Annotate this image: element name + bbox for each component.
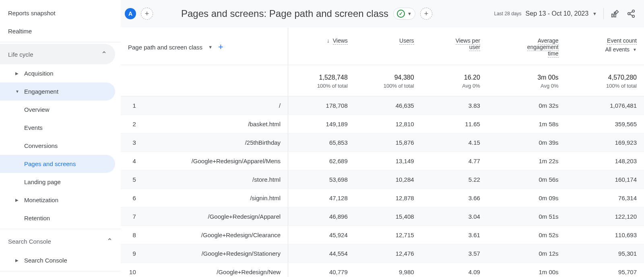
row-metric: 76,314 xyxy=(566,189,644,207)
row-metric: 44,554 xyxy=(288,244,355,263)
sidebar-item-acquisition[interactable]: ▶ Acquisition xyxy=(0,64,121,82)
row-metric: 13,149 xyxy=(355,152,421,170)
svg-point-3 xyxy=(628,12,630,15)
sidebar-item-retention[interactable]: Retention xyxy=(0,209,121,227)
caret-right-icon: ▶ xyxy=(15,198,20,202)
sidebar-item-pages-and-screens[interactable]: Pages and screens xyxy=(0,155,115,173)
row-metric: 5.22 xyxy=(421,170,487,189)
sidebar-group-life-cycle[interactable]: Life cycle ⌃ xyxy=(0,44,115,64)
row-path[interactable]: /store.html xyxy=(146,170,288,189)
row-metric: 0m 32s xyxy=(487,96,566,115)
row-metric: 0m 09s xyxy=(487,189,566,207)
sidebar-item-reports-snapshot[interactable]: Reports snapshot xyxy=(0,4,121,22)
sidebar-item-search-console[interactable]: ▶ Search Console xyxy=(0,251,121,269)
table-row[interactable]: 6/signin.html47,12812,8783.660m 09s76,31… xyxy=(121,189,644,207)
row-index: 3 xyxy=(121,133,146,152)
sidebar-item-monetization[interactable]: ▶ Monetization xyxy=(0,191,121,209)
table-row[interactable]: 10/Google+Redesign/New40,7799,9804.091m … xyxy=(121,263,644,277)
total-views-per-user-avg: Avg 0% xyxy=(429,83,480,89)
row-metric: 160,174 xyxy=(566,170,644,189)
row-metric: 1m 00s xyxy=(487,263,566,277)
table-row[interactable]: 2/basket.html149,18912,81011.651m 58s359… xyxy=(121,115,644,133)
table-row[interactable]: 8/Google+Redesign/Clearance45,92412,7153… xyxy=(121,226,644,244)
caret-right-icon: ▶ xyxy=(15,71,20,76)
caret-down-icon: ▼ xyxy=(208,45,213,49)
plus-icon: + xyxy=(145,10,149,18)
row-metric: 110,693 xyxy=(566,226,644,244)
row-index: 6 xyxy=(121,189,146,207)
row-metric: 0m 39s xyxy=(487,133,566,152)
total-event-count-pct: 100% of total xyxy=(573,83,637,89)
table-row[interactable]: 3/25thBirthday65,85315,8764.150m 39s169,… xyxy=(121,133,644,152)
row-metric: 45,924 xyxy=(288,226,355,244)
event-count-filter[interactable]: All events xyxy=(605,46,630,53)
sidebar-item-label: Search Console xyxy=(24,257,67,264)
total-event-count: 4,570,280 xyxy=(573,74,637,81)
row-metric: 15,408 xyxy=(355,207,421,226)
column-header-event-count[interactable]: Event count All events ▼ xyxy=(566,28,644,65)
table-row[interactable]: 1/178,70846,6353.830m 32s1,076,481 xyxy=(121,96,644,115)
sidebar-group-search-console[interactable]: Search Console ⌃ xyxy=(0,231,121,251)
column-label: Event count xyxy=(607,37,637,45)
row-path[interactable]: /signin.html xyxy=(146,189,288,207)
table-row[interactable]: 4/Google+Redesign/Apparel/Mens62,68913,1… xyxy=(121,152,644,170)
table-row[interactable]: 9/Google+Redesign/Stationery44,55412,476… xyxy=(121,244,644,263)
row-metric: 1m 58s xyxy=(487,115,566,133)
account-badge[interactable]: A xyxy=(125,8,136,19)
column-header-users[interactable]: Users xyxy=(355,28,421,65)
dimension-column-header[interactable]: Page path and screen class ▼ + xyxy=(121,28,288,65)
row-path[interactable]: /Google+Redesign/New xyxy=(146,263,288,277)
table-row[interactable]: 5/store.html53,69810,2845.220m 56s160,17… xyxy=(121,170,644,189)
add-button[interactable]: + xyxy=(420,8,432,20)
sidebar-item-realtime[interactable]: Realtime xyxy=(0,22,121,40)
status-pill[interactable]: ✓ ▼ xyxy=(393,8,415,20)
row-path[interactable]: /basket.html xyxy=(146,115,288,133)
row-metric: 149,189 xyxy=(288,115,355,133)
row-metric: 65,853 xyxy=(288,133,355,152)
main: A + Pages and screens: Page path and scr… xyxy=(121,0,644,277)
sidebar-item-overview[interactable]: Overview xyxy=(0,101,121,119)
column-header-avg-engagement-time[interactable]: Average engagement time xyxy=(487,28,566,65)
add-comparison-button[interactable]: + xyxy=(141,8,153,20)
column-label: user xyxy=(469,44,480,51)
row-path[interactable]: /Google+Redesign/Apparel/Mens xyxy=(146,152,288,170)
row-metric: 4.09 xyxy=(421,263,487,277)
row-metric: 0m 52s xyxy=(487,226,566,244)
row-index: 7 xyxy=(121,207,146,226)
sidebar-item-label: Monetization xyxy=(24,197,58,203)
row-path[interactable]: /Google+Redesign/Stationery xyxy=(146,244,288,263)
total-users-pct: 100% of total xyxy=(362,83,414,89)
totals-row: 1,528,748100% of total 94,380100% of tot… xyxy=(121,65,644,96)
svg-line-6 xyxy=(630,14,632,16)
sidebar-item-landing-page[interactable]: Landing page xyxy=(0,173,121,191)
sidebar-item-conversions[interactable]: Conversions xyxy=(0,137,121,155)
column-header-views[interactable]: ↓ Views xyxy=(288,28,355,65)
sidebar-item-engagement[interactable]: ▼ Engagement xyxy=(0,82,115,101)
caret-down-icon: ▼ xyxy=(592,11,597,16)
row-metric: 95,301 xyxy=(566,244,644,263)
row-path[interactable]: / xyxy=(146,96,288,115)
sidebar-item-events[interactable]: Events xyxy=(0,119,121,137)
row-index: 10 xyxy=(121,263,146,277)
dimension-label: Page path and screen class xyxy=(128,44,202,51)
share-button[interactable] xyxy=(626,9,636,18)
row-metric: 12,810 xyxy=(355,115,421,133)
total-engagement-time: 3m 00s xyxy=(495,74,559,81)
customize-report-button[interactable] xyxy=(610,9,620,18)
sidebar-item-label: Retention xyxy=(24,215,50,222)
row-path[interactable]: /Google+Redesign/Apparel xyxy=(146,207,288,226)
column-header-views-per-user[interactable]: Views per user xyxy=(421,28,487,65)
chevron-up-icon: ⌃ xyxy=(107,237,113,246)
row-path[interactable]: /25thBirthday xyxy=(146,133,288,152)
add-dimension-button[interactable]: + xyxy=(218,42,223,52)
sidebar-group-label: Search Console xyxy=(8,238,51,245)
caret-down-icon: ▼ xyxy=(407,11,412,16)
table-row[interactable]: 7/Google+Redesign/Apparel46,89615,4083.0… xyxy=(121,207,644,226)
row-metric: 3.66 xyxy=(421,189,487,207)
caret-right-icon: ▶ xyxy=(15,258,20,263)
page-title-text: Pages and screens: Page path and screen … xyxy=(181,8,388,19)
row-path[interactable]: /Google+Redesign/Clearance xyxy=(146,226,288,244)
svg-point-2 xyxy=(632,10,635,12)
row-metric: 0m 56s xyxy=(487,170,566,189)
date-range-picker[interactable]: Last 28 days Sep 13 - Oct 10, 2023 ▼ xyxy=(494,10,597,17)
